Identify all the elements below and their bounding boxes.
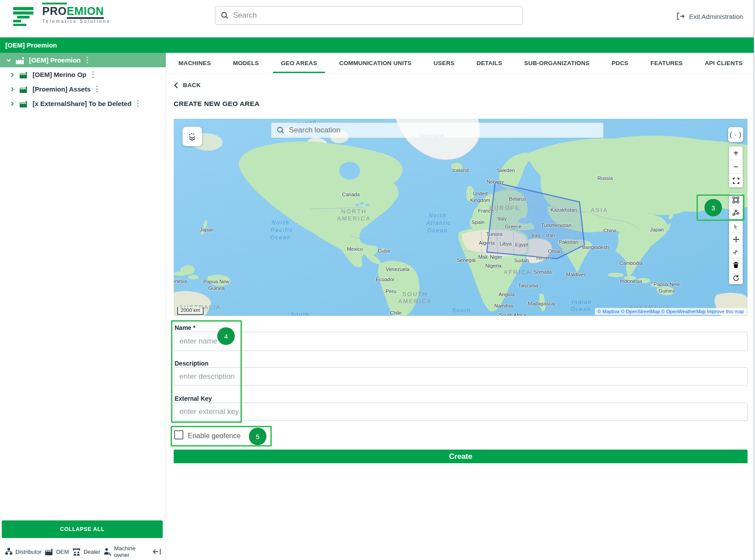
exit-administration-label: Exit Administration [689,13,743,20]
kebab-menu-icon[interactable] [96,85,98,93]
draw-tools [729,194,743,219]
rotate-icon [733,275,740,282]
tab-geo-areas[interactable]: GEO AREAS [277,53,321,73]
tab-models[interactable]: MODELS [230,53,263,73]
draw-polygon-button[interactable] [729,206,743,219]
delete-tool-button[interactable] [729,259,743,271]
brand-pro: PRO [42,3,67,17]
cut-tool-button[interactable]: ✂ [729,246,743,259]
search-input[interactable] [233,11,517,20]
legend-item: Distributor [4,547,41,556]
admin-app: PROEMION Telematics Solutions Exit Admin… [0,0,755,560]
world-map [174,119,748,316]
draw-rectangle-icon [732,196,740,204]
draw-rectangle-button[interactable] [729,194,743,206]
map-attribution[interactable]: © Mapbox © OpenStreetMap © OpenWeatherMa… [595,308,747,315]
move-tool-button[interactable] [729,233,743,246]
external-key-label: External Key [175,395,212,402]
kebab-menu-icon[interactable] [86,56,88,64]
tree-item-menu-button[interactable] [137,100,139,107]
tab-features[interactable]: FEATURES [647,53,686,73]
description-input[interactable] [174,367,748,386]
edit-tools: ✂ [729,220,743,284]
collapse-left-icon [151,546,162,557]
chevron-right-icon [10,72,15,77]
annotation-circle-5: 5 [249,428,266,445]
dealer-icon [72,547,81,556]
fullscreen-icon [733,177,740,184]
tab-pdcs[interactable]: PDCS [608,53,632,73]
zoom-out-button[interactable]: − [729,160,743,174]
geo-area-map[interactable]: IcelandSwedenNorwayRussiaUnitedKingdomBe… [174,119,748,316]
tree-item[interactable]: [OEM] Proemion [0,53,166,67]
org-type-legend: DistributorOEMDealerMachine owner [0,543,166,560]
tree-expander[interactable] [4,58,13,63]
tab-details[interactable]: DETAILS [473,53,506,73]
zoom-in-button[interactable]: + [729,146,743,160]
tree-item-label: [OEM] Proemion [29,56,81,64]
tab-communication-units[interactable]: COMMUNICATION UNITS [336,53,415,73]
tree-item-menu-button[interactable] [96,85,98,93]
exit-icon [675,11,685,21]
collapse-all-button[interactable]: COLLAPSE ALL [2,520,163,538]
tab-machines[interactable]: MACHINES [175,53,215,73]
tree-item-label: [Proemion] Assets [33,85,91,93]
collapse-sidebar-button[interactable] [151,546,162,557]
rotate-tool-button[interactable] [729,271,743,284]
back-label: BACK [183,82,201,88]
tree-item[interactable]: [x ExternalShare] To be Deleted [0,96,166,111]
search-icon [277,126,284,134]
cursor-icon [733,223,739,230]
layers-icon [187,132,197,141]
factory-icon [18,70,28,80]
select-tool-button[interactable] [729,220,743,233]
map-scale: 2000 km [177,307,204,315]
chevron-right-icon [10,87,15,92]
legend-label: OEM [56,549,69,555]
map-style-button[interactable] [182,127,202,146]
description-label: Description [175,360,208,367]
back-button[interactable]: BACK [174,82,201,88]
page-title: CREATE NEW GEO AREA [174,100,259,108]
brand-emion: EMION [67,5,104,19]
search-icon [221,11,229,19]
tree-item-menu-button[interactable] [92,71,94,78]
move-icon [733,236,740,243]
proemion-logo: PROEMION Telematics Solutions [13,5,110,26]
scissors-icon: ✂ [731,247,741,257]
org-title-bar: [OEM] Proemion [0,37,755,53]
kebab-menu-icon[interactable] [137,100,139,107]
create-button[interactable]: Create [174,450,748,463]
tree-item[interactable]: [OEM] Merino Op [0,67,166,82]
tree-expander[interactable] [8,87,17,92]
tree-expander[interactable] [8,72,17,77]
enable-geofence-checkbox[interactable] [174,430,183,439]
external-key-input[interactable] [174,403,748,421]
kebab-menu-icon[interactable] [92,71,94,78]
chevron-right-icon [10,101,15,106]
legend-item: Machine owner [103,545,149,558]
name-input[interactable] [174,332,748,351]
zoom-controls: + − [729,146,743,187]
brand-tagline: Telematics Solutions [42,19,110,24]
proemion-logo-icon [13,7,36,26]
fullscreen-button[interactable] [729,174,743,187]
tree-item-menu-button[interactable] [86,56,88,64]
tab-users[interactable]: USERS [430,53,458,73]
tree-expander[interactable] [8,101,17,106]
name-label: Name * [175,324,195,331]
global-search[interactable] [215,6,523,25]
tree-item-label: [OEM] Merino Op [33,71,87,78]
exit-administration-button[interactable]: Exit Administration [675,11,743,21]
factory-icon [44,547,54,556]
person-key-icon [103,547,112,556]
legend-label: Distributor [15,549,41,555]
locate-button[interactable]: ( · ) [728,127,743,142]
tab-api-clients[interactable]: API CLIENTS [701,53,746,73]
map-search-input[interactable] [289,126,598,135]
map-search-box[interactable] [271,123,603,138]
top-header: PROEMION Telematics Solutions Exit Admin… [0,0,755,37]
tab-sub-organizations[interactable]: SUB-ORGANIZATIONS [521,53,593,73]
brand-name: PROEMION [42,5,110,17]
tree-item[interactable]: [Proemion] Assets [0,82,166,96]
